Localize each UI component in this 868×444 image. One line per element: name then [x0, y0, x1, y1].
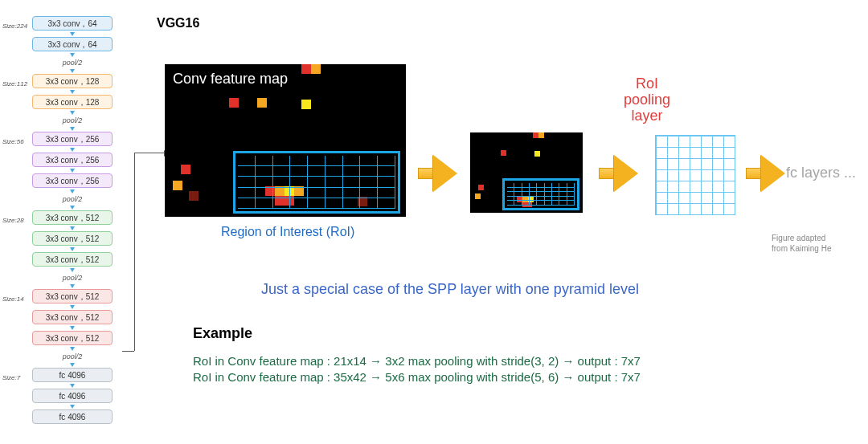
down-arrow-icon — [70, 32, 75, 36]
example-heading: Example — [193, 325, 252, 342]
vgg-layer-block: 3x3 conv，128Size:112 — [32, 74, 113, 88]
down-arrow-icon — [70, 247, 75, 251]
pool-label: pool/2 — [63, 116, 83, 124]
vgg-layer-block: 3x3 conv，512 — [32, 331, 113, 345]
down-arrow-icon — [70, 268, 75, 272]
down-arrow-icon — [70, 405, 75, 409]
down-arrow-icon — [70, 226, 75, 230]
figure-credit: Figure adapted from Kaiming He — [772, 233, 864, 254]
feature-map-caption: Conv feature map — [173, 71, 288, 88]
size-label: Size:56 — [2, 135, 31, 149]
down-arrow-icon — [70, 305, 75, 309]
down-arrow-icon — [70, 148, 75, 152]
vgg-layer-block: 3x3 conv，128 — [32, 95, 113, 109]
down-arrow-icon — [70, 363, 75, 367]
vgg-layer-block: 3x3 conv，512 — [32, 252, 113, 267]
vgg-layer-block: 3x3 conv，64Size:224 — [32, 16, 113, 31]
vgg-layer-block: 3x3 conv，256 — [32, 153, 113, 167]
down-arrow-icon — [70, 189, 75, 193]
vgg-layer-block: fc 4096 — [32, 409, 113, 424]
down-arrow-icon — [70, 284, 75, 288]
bracket-line — [122, 351, 134, 352]
diagram-title: VGG16 — [157, 16, 199, 31]
pool-label: pool/2 — [63, 195, 83, 203]
size-label: Size:28 — [2, 214, 31, 228]
text: Figure adapted — [772, 234, 825, 242]
vgg-layer-block: 3x3 conv，256Size:56 — [32, 132, 113, 146]
down-arrow-icon — [70, 127, 75, 131]
down-arrow-icon — [70, 111, 75, 115]
bracket-arrow — [134, 153, 165, 162]
vgg-layer-block: 3x3 conv，512 — [32, 231, 113, 246]
down-arrow-icon — [70, 326, 75, 330]
bracket-line — [134, 153, 135, 351]
size-label: Size:224 — [2, 19, 31, 34]
vgg-layer-block: fc 4096 — [32, 389, 113, 403]
vgg16-column: 3x3 conv，64Size:2243x3 conv，64pool/23x3 … — [0, 16, 145, 426]
text: from Kaiming He — [772, 244, 831, 253]
text: RoI — [603, 76, 691, 92]
spp-note: Just a special case of the SPP layer wit… — [261, 281, 639, 298]
pooled-output-grid — [655, 135, 735, 215]
vgg-layer-block: fc 4096Size:7 — [32, 368, 113, 382]
pool-label: pool/2 — [63, 59, 83, 67]
down-arrow-icon — [70, 69, 75, 73]
vgg-layer-block: 3x3 conv，256 — [32, 173, 113, 188]
vgg-layer-block: 3x3 conv，512 — [32, 310, 113, 324]
fc-layers-label: fc layers ... — [786, 165, 856, 181]
down-arrow-icon — [70, 90, 75, 94]
down-arrow-icon — [70, 206, 75, 210]
vgg-layer-block: 3x3 conv，512Size:14 — [32, 289, 113, 303]
conv-feature-map-large: Conv feature map — [165, 64, 406, 217]
down-arrow-icon — [70, 384, 75, 388]
size-label: Size:112 — [2, 77, 31, 92]
size-label: Size:7 — [2, 371, 31, 385]
conv-feature-map-small — [470, 132, 583, 213]
pool-label: pool/2 — [63, 274, 83, 282]
pool-label: pool/2 — [63, 352, 83, 360]
vgg-layer-block: 3x3 conv，512Size:28 — [32, 210, 113, 225]
size-label: Size:14 — [2, 292, 31, 307]
roi-region — [233, 151, 400, 214]
down-arrow-icon — [70, 347, 75, 351]
down-arrow-icon — [70, 169, 75, 173]
text: layer — [603, 108, 691, 124]
example-text: RoI in Conv feature map : 21x14 → 3x2 ma… — [193, 353, 641, 386]
roi-region-small — [502, 178, 579, 210]
vgg-layer-block: 3x3 conv，64 — [32, 37, 113, 51]
roi-pooling-label: RoI pooling layer — [603, 76, 691, 124]
down-arrow-icon — [70, 53, 75, 57]
text: pooling — [603, 92, 691, 108]
roi-caption: Region of Interest (RoI) — [221, 225, 354, 239]
